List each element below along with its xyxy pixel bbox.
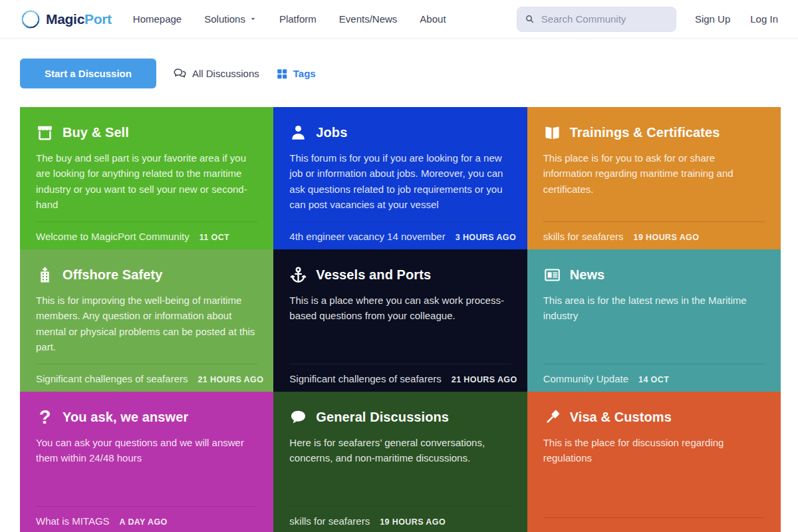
chat-bubbles-icon (173, 66, 187, 80)
search-icon (525, 13, 535, 25)
chat-icon (289, 408, 307, 426)
category-card-vessels-ports[interactable]: Vessels and Ports This is a place where … (273, 249, 527, 392)
category-description: This is the place for discussion regardi… (543, 435, 765, 466)
latest-post: Welcome to MagicPort Community 11 OCT (36, 221, 257, 242)
category-title: Offshore Safety (63, 267, 162, 283)
latest-post-time: A DAY AGO (120, 517, 168, 527)
latest-post-title[interactable]: skills for seafarers (289, 515, 370, 527)
nav-solutions[interactable]: Solutions (204, 13, 257, 25)
community-search[interactable] (517, 7, 676, 32)
log-in-link[interactable]: Log In (750, 13, 778, 25)
nav-events-news[interactable]: Events/News (339, 13, 398, 25)
latest-post: skills for seafarers 19 HOURS AGO (543, 221, 765, 242)
category-description: Here is for seafarers’ general conversat… (289, 435, 511, 466)
nav-homepage[interactable]: Homepage (133, 13, 182, 25)
latest-post-title[interactable]: skills for seafarers (543, 231, 624, 242)
category-grid: Buy & Sell The buy and sell part is your… (20, 107, 781, 532)
newspaper-icon (543, 266, 561, 284)
latest-post-time: 3 HOURS AGO (456, 233, 516, 242)
category-card-you-ask[interactable]: ? You ask, we answer You can ask your qu… (20, 392, 273, 532)
category-description: You can ask your questions and we will a… (36, 435, 257, 466)
category-title: Jobs (316, 125, 347, 140)
building-icon (36, 266, 54, 284)
store-icon (36, 124, 54, 142)
latest-post: 4th engineer vacancy 14 november 3 HOURS… (289, 221, 511, 242)
main-nav: Homepage Solutions Platform Events/News … (133, 13, 446, 25)
category-title: Visa & Customs (570, 410, 672, 425)
tags-tab[interactable]: Tags (276, 68, 316, 80)
logo-wordmark: MagicPort (46, 11, 112, 27)
latest-post: Significant challenges of seafarers 21 H… (36, 364, 257, 384)
latest-post-title[interactable]: Welcome to MagicPort Community (36, 231, 190, 242)
start-discussion-button[interactable]: Start a Discussion (20, 59, 156, 88)
latest-post-time: 19 HOURS AGO (380, 517, 446, 527)
grid-icon (276, 68, 288, 80)
category-title: Buy & Sell (63, 125, 129, 140)
sign-up-link[interactable]: Sign Up (695, 13, 730, 25)
chevron-down-icon (249, 15, 257, 23)
category-description: This is for improving the well-being of … (36, 293, 257, 355)
latest-post: What is MITAGS A DAY AGO (36, 506, 257, 527)
tags-label: Tags (293, 68, 316, 79)
gavel-icon (543, 408, 561, 426)
latest-post-title[interactable]: Community Update (543, 373, 628, 384)
anchor-icon (289, 266, 307, 284)
category-title: Vessels and Ports (316, 267, 431, 283)
latest-post-title[interactable]: 4th engineer vacancy 14 november (289, 231, 445, 242)
category-card-news[interactable]: News This area is for the latest news in… (527, 249, 781, 392)
category-title: General Discussions (316, 410, 449, 425)
all-discussions-tab[interactable]: All Discussions (173, 66, 259, 80)
category-card-jobs[interactable]: Jobs This forum is for you if you are lo… (273, 107, 527, 249)
logo-swirl-icon (20, 9, 41, 30)
category-title: You ask, we answer (63, 410, 188, 425)
category-card-offshore-safety[interactable]: Offshore Safety This is for improving th… (20, 249, 273, 392)
category-description: The buy and sell part is your favorite a… (36, 150, 257, 213)
top-navbar: MagicPort Homepage Solutions Platform Ev… (0, 0, 798, 39)
nav-about[interactable]: About (420, 13, 446, 25)
latest-post-title[interactable]: Significant challenges of seafarers (36, 373, 188, 384)
category-card-visa-customs[interactable]: Visa & Customs This is the place for dis… (527, 392, 781, 532)
latest-post: Community Update 14 OCT (543, 364, 765, 384)
book-icon (543, 124, 561, 142)
magicport-logo[interactable]: MagicPort (20, 9, 112, 30)
latest-post-time: 11 OCT (200, 233, 229, 242)
category-card-buy-sell[interactable]: Buy & Sell The buy and sell part is your… (20, 107, 273, 249)
auth-links: Sign Up Log In (695, 13, 778, 25)
latest-post-title[interactable]: Significant challenges of seafarers (289, 373, 441, 384)
discussion-toolbar: Start a Discussion All Discussions Tags (20, 59, 778, 88)
user-icon (289, 124, 307, 142)
category-title: News (570, 267, 605, 283)
latest-post-time: 19 HOURS AGO (634, 233, 700, 242)
category-title: Trainings & Certificates (570, 125, 720, 140)
nav-platform[interactable]: Platform (279, 13, 317, 25)
category-description: This is a place where you can ask work p… (289, 293, 511, 324)
latest-post-time: 21 HOURS AGO (198, 375, 263, 384)
latest-post: Significant challenges of seafarers 21 H… (289, 364, 511, 384)
community-page: MagicPort Homepage Solutions Platform Ev… (0, 0, 798, 532)
latest-post-time: 14 OCT (638, 375, 669, 384)
question-icon: ? (36, 408, 54, 426)
category-card-trainings[interactable]: Trainings & Certificates This place is f… (527, 107, 781, 249)
category-card-general-discussions[interactable]: General Discussions Here is for seafarer… (273, 392, 527, 532)
category-description: This forum is for you if you are looking… (289, 150, 511, 213)
category-description: This area is for the latest news in the … (543, 293, 765, 324)
latest-post-time: 21 HOURS AGO (452, 375, 517, 384)
latest-post-title[interactable]: What is MITAGS (36, 515, 110, 527)
search-input[interactable] (540, 13, 668, 25)
all-discussions-label: All Discussions (192, 68, 259, 79)
category-description: This place is for you to ask for or shar… (543, 150, 765, 197)
latest-post: skills for seafarers 19 HOURS AGO (289, 506, 511, 527)
latest-post (543, 517, 765, 527)
